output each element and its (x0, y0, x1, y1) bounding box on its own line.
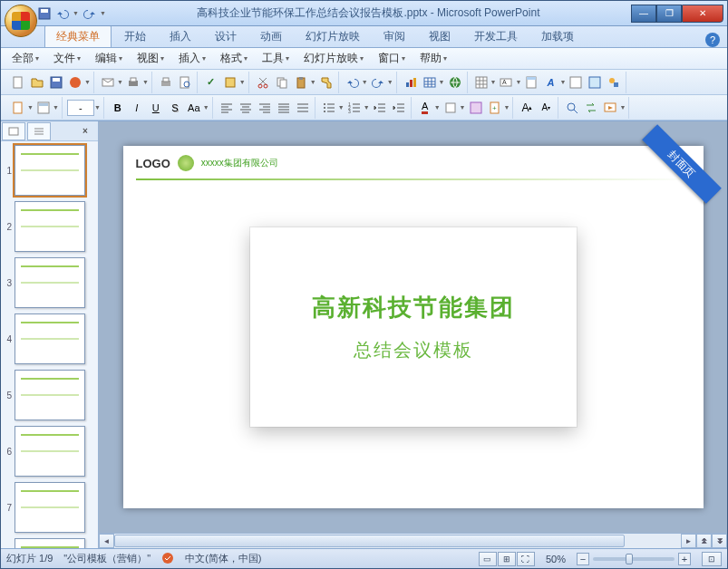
quickprint-button[interactable] (124, 73, 142, 92)
layout-button[interactable] (34, 99, 53, 117)
language-status[interactable]: 中文(简体，中国) (185, 552, 261, 565)
undo-icon[interactable] (55, 6, 70, 21)
align-center-button[interactable] (237, 99, 255, 117)
scroll-track[interactable] (114, 534, 681, 548)
thumb-row-6[interactable]: 6 (3, 426, 96, 477)
bullets-button[interactable] (320, 99, 338, 117)
normal-view-button[interactable]: ▭ (479, 552, 497, 566)
find-button[interactable] (563, 99, 581, 117)
wordart-button[interactable]: A (541, 73, 559, 92)
font-color-button[interactable]: A (416, 99, 434, 117)
thumbnail-4[interactable] (15, 313, 85, 364)
thumbnail-5[interactable] (15, 370, 85, 420)
tableinsert-button[interactable] (472, 73, 490, 92)
maximize-button[interactable]: ❐ (656, 5, 682, 23)
slides-tab[interactable] (2, 122, 25, 140)
ribbon-tab-developer[interactable]: 开发工具 (463, 25, 529, 47)
header-button[interactable] (522, 73, 540, 92)
scroll-left-button[interactable]: ◄ (99, 534, 114, 548)
thumb-row-7[interactable]: 7 (3, 482, 96, 533)
slideshow-button[interactable] (601, 99, 619, 117)
shapes-button[interactable] (605, 73, 623, 92)
ribbon-tab-addins[interactable]: 加载项 (530, 25, 585, 47)
slide[interactable]: LOGO xxxxx集团有限公司 封面页 高新科技节能集团 总结会议模板 (123, 146, 704, 508)
hyperlink-button[interactable] (446, 73, 464, 92)
thumb-row-2[interactable]: 2 (3, 201, 96, 252)
align-right-button[interactable] (256, 99, 274, 117)
menu-insert[interactable]: 插入▾ (173, 49, 211, 68)
object-button[interactable] (586, 73, 604, 92)
textbox-button[interactable]: A (497, 73, 515, 92)
minimize-button[interactable]: — (631, 5, 656, 23)
menu-format[interactable]: 格式▾ (215, 49, 253, 68)
ribbon-tab-view[interactable]: 视图 (418, 25, 461, 47)
menu-help[interactable]: 帮助▾ (414, 49, 452, 68)
design-button[interactable] (467, 99, 485, 117)
align-left-button[interactable] (218, 99, 236, 117)
ribbon-tab-classic[interactable]: 经典菜单 (44, 24, 112, 47)
save-button[interactable] (47, 73, 65, 92)
open-button[interactable] (28, 73, 46, 92)
menu-edit[interactable]: 编辑▾ (90, 49, 128, 68)
inc-indent-button[interactable] (390, 99, 408, 117)
font-size-input[interactable] (67, 100, 94, 116)
slideshow-view-button[interactable]: ⛶ (517, 552, 535, 566)
ribbon-tab-slideshow[interactable]: 幻灯片放映 (295, 25, 371, 47)
changecase-button[interactable]: Aa (185, 99, 203, 117)
newslide2-button[interactable]: + (486, 99, 504, 117)
office-button[interactable] (5, 5, 37, 37)
copy-button[interactable] (273, 73, 291, 92)
print-button[interactable] (157, 73, 175, 92)
spellcheck-icon[interactable] (161, 552, 174, 566)
format-painter-button[interactable] (317, 73, 335, 92)
thumbnail-1[interactable] (15, 145, 85, 196)
menu-file[interactable]: 文件▾ (48, 49, 86, 68)
thumb-row-5[interactable]: 5 (3, 370, 96, 420)
align-justify-button[interactable] (275, 99, 293, 117)
redo-icon[interactable] (83, 6, 97, 21)
thumbnail-7[interactable] (15, 482, 85, 533)
thumb-row-8[interactable]: 8 (3, 538, 96, 548)
sorter-view-button[interactable]: ⊞ (498, 552, 516, 566)
menu-view[interactable]: 视图▾ (131, 49, 170, 68)
prev-slide-button[interactable]: ⯭ (696, 534, 712, 548)
spelling-button[interactable]: ✓ (202, 73, 220, 92)
grow-font-button[interactable]: A▴ (518, 99, 536, 117)
horizontal-scrollbar[interactable]: ◄ ► ⯭ ⯯ (99, 533, 727, 548)
newslide-button[interactable] (9, 99, 27, 117)
thumb-row-4[interactable]: 4 (3, 313, 96, 364)
highlight-button[interactable] (442, 99, 460, 117)
chart-button[interactable] (402, 73, 420, 92)
distributed-button[interactable] (294, 99, 312, 117)
zoom-in-button[interactable]: + (678, 553, 691, 565)
thumbnail-6[interactable] (15, 426, 85, 477)
help-icon[interactable]: ? (705, 33, 720, 47)
bold-button[interactable]: B (109, 99, 127, 117)
thumbnail-2[interactable] (15, 201, 85, 252)
ribbon-tab-animation[interactable]: 动画 (249, 25, 293, 47)
email-button[interactable] (99, 73, 117, 92)
ribbon-tab-insert[interactable]: 插入 (159, 25, 202, 47)
zoom-thumb[interactable] (626, 554, 633, 564)
fit-button[interactable]: ⊡ (702, 552, 722, 566)
thumb-row-1[interactable]: 1 (3, 145, 96, 196)
paste-button[interactable] (292, 73, 310, 92)
table-button[interactable] (421, 73, 439, 92)
numbering-button[interactable]: 123 (345, 99, 364, 117)
preview-button[interactable] (176, 73, 194, 92)
menu-window[interactable]: 窗口▾ (373, 49, 411, 68)
research-button[interactable] (221, 73, 239, 92)
cut-button[interactable] (254, 73, 272, 92)
shadow-button[interactable]: S (166, 99, 184, 117)
ribbon-tab-design[interactable]: 设计 (204, 25, 248, 47)
thumbnail-3[interactable] (15, 257, 85, 308)
undo-dropdown-icon[interactable]: ▼ (73, 10, 79, 16)
slide-canvas[interactable]: LOGO xxxxx集团有限公司 封面页 高新科技节能集团 总结会议模板 (99, 121, 727, 533)
new-button[interactable] (9, 73, 27, 92)
menu-tools[interactable]: 工具▾ (257, 49, 295, 68)
italic-button[interactable]: I (128, 99, 146, 117)
thumbnails-list[interactable]: 123456789 (1, 141, 98, 548)
symbol-button[interactable] (567, 73, 585, 92)
thumbnail-8[interactable] (15, 538, 85, 548)
undo-button[interactable] (344, 73, 362, 92)
